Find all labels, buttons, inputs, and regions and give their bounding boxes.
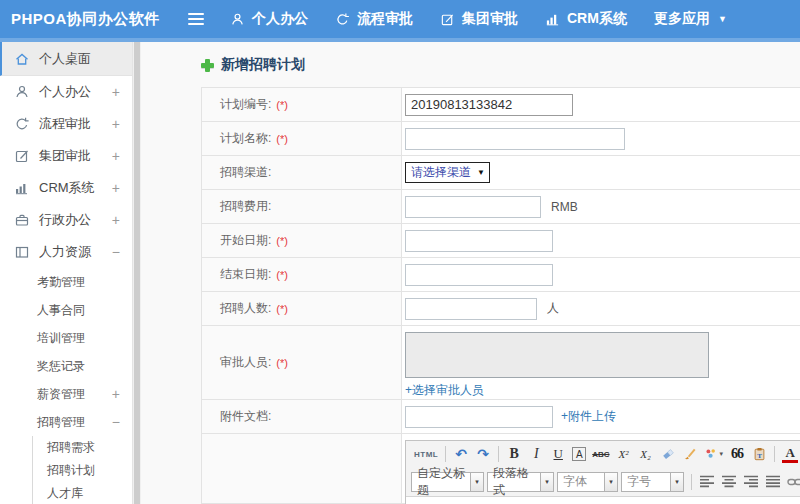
- plan-number-input[interactable]: [405, 94, 573, 116]
- sidebar-item-recruit-demand[interactable]: 招聘需求: [33, 436, 132, 459]
- caret-down-icon[interactable]: ▾: [471, 472, 484, 492]
- custom-heading-dropdown[interactable]: 自定义标题 ▾: [411, 472, 484, 492]
- fee-input[interactable]: [405, 196, 541, 218]
- undo-button[interactable]: ↶: [453, 445, 469, 463]
- plan-name-input[interactable]: [405, 128, 625, 150]
- html-source-button[interactable]: HTML: [414, 445, 438, 463]
- sidebar-item-training[interactable]: 培训管理: [0, 324, 132, 352]
- sidebar-item-personal-office[interactable]: 个人办公 +: [0, 76, 132, 108]
- blockquote-button[interactable]: 66: [729, 445, 745, 463]
- upload-attachment-link[interactable]: +附件上传: [561, 408, 616, 425]
- sidebar-item-crm[interactable]: CRM系统 +: [0, 172, 132, 204]
- sidebar-item-rewards[interactable]: 奖惩记录: [0, 352, 132, 380]
- bold-button[interactable]: B: [506, 445, 522, 463]
- caret-down-icon[interactable]: ▾: [541, 472, 554, 492]
- person-icon: [230, 12, 245, 27]
- form-row-start-date: 开始日期:(*): [202, 224, 800, 258]
- briefcase-icon: [14, 212, 30, 228]
- form-row-approver: 审批人员:(*) +选择审批人员: [202, 326, 800, 400]
- plus-icon: [201, 59, 214, 72]
- eraser-button[interactable]: [660, 445, 676, 463]
- topnav-group-approval[interactable]: 集团审批: [440, 10, 518, 28]
- paste-text-button[interactable]: T: [751, 445, 767, 463]
- color-palette-button[interactable]: ▾: [704, 445, 724, 463]
- form-row-plan-name: 计划名称:(*): [202, 122, 800, 156]
- end-date-input[interactable]: [405, 264, 553, 286]
- caret-down-icon[interactable]: ▾: [671, 472, 684, 492]
- sidebar-item-recruit-plan[interactable]: 招聘计划: [33, 459, 132, 482]
- edit-icon: [440, 12, 455, 27]
- font-color-button[interactable]: A: [782, 445, 798, 463]
- topnav-process-approval[interactable]: 流程审批: [335, 10, 413, 28]
- expand-icon[interactable]: +: [112, 212, 120, 228]
- start-date-input[interactable]: [405, 230, 553, 252]
- caret-down-icon: ▼: [718, 14, 727, 24]
- align-center-icon: [722, 475, 736, 488]
- font-size-dropdown[interactable]: 字号 ▾: [621, 472, 684, 492]
- align-left-icon: [700, 475, 714, 488]
- hamburger-menu-icon[interactable]: [188, 13, 204, 25]
- editor-toolbar-row1: HTML ↶ ↷ B I U A ABC X² X₂: [406, 441, 800, 467]
- top-nav: 个人办公 流程审批 集团审批 CRM系统 更多应用 ▼: [230, 10, 754, 28]
- expand-icon[interactable]: +: [112, 116, 120, 132]
- caret-down-icon[interactable]: ▾: [605, 472, 618, 492]
- redo-button[interactable]: ↷: [475, 445, 491, 463]
- rich-text-editor: HTML ↶ ↷ B I U A ABC X² X₂: [405, 440, 800, 504]
- sidebar-item-salary[interactable]: 薪资管理 +: [0, 380, 132, 408]
- sidebar-item-group-approval[interactable]: 集团审批 +: [0, 140, 132, 172]
- collapse-icon[interactable]: −: [112, 244, 120, 260]
- align-justify-icon: [766, 475, 780, 488]
- attachment-input[interactable]: [405, 406, 553, 428]
- sidebar-item-attendance[interactable]: 考勤管理: [0, 268, 132, 296]
- flow-icon: [335, 12, 350, 27]
- insert-link-button[interactable]: [787, 473, 800, 491]
- topbar: PHPOA协同办公软件 个人办公 流程审批 集团审批 CRM系统 更多应用 ▼: [0, 0, 800, 42]
- sidebar-item-admin-office[interactable]: 行政办公 +: [0, 204, 132, 236]
- sidebar-item-talent-pool[interactable]: 人才库: [33, 482, 132, 504]
- sidebar-item-process-approval[interactable]: 流程审批 +: [0, 108, 132, 140]
- caret-down-icon: ▼: [477, 168, 485, 177]
- sidebar-item-hr-contract[interactable]: 人事合同: [0, 296, 132, 324]
- expand-icon[interactable]: +: [112, 84, 120, 100]
- topnav-personal-office[interactable]: 个人办公: [230, 10, 308, 28]
- scrollbar-thumb[interactable]: [134, 42, 140, 504]
- expand-icon[interactable]: +: [112, 180, 120, 196]
- select-approver-link[interactable]: +选择审批人员: [405, 382, 484, 399]
- expand-icon[interactable]: +: [112, 386, 120, 402]
- approver-textarea[interactable]: [405, 332, 709, 378]
- sidebar-item-hr[interactable]: 人力资源 −: [0, 236, 132, 268]
- sidebar-scrollbar[interactable]: [133, 42, 141, 504]
- headcount-input[interactable]: [405, 298, 537, 320]
- align-center-button[interactable]: [721, 473, 737, 491]
- page-title: 新增招聘计划: [201, 56, 800, 74]
- link-icon: [787, 476, 800, 488]
- paragraph-format-dropdown[interactable]: 段落格式 ▾: [487, 472, 554, 492]
- person-icon: [14, 84, 30, 100]
- sidebar-item-desktop[interactable]: 个人桌面: [0, 42, 132, 76]
- brush-icon: [683, 447, 697, 461]
- edit-icon: [14, 148, 30, 164]
- chart-icon: [14, 180, 30, 196]
- italic-button[interactable]: I: [528, 445, 544, 463]
- eraser-icon: [661, 447, 675, 461]
- align-left-button[interactable]: [699, 473, 715, 491]
- superscript-button[interactable]: X²: [616, 445, 632, 463]
- channel-select[interactable]: 请选择渠道 ▼: [405, 162, 490, 183]
- form-row-channel: 招聘渠道: 请选择渠道 ▼: [202, 156, 800, 190]
- collapse-icon[interactable]: −: [112, 414, 120, 430]
- expand-icon[interactable]: +: [112, 148, 120, 164]
- subscript-button[interactable]: X₂: [638, 445, 654, 463]
- recruit-subtree: 招聘需求 招聘计划 人才库: [32, 436, 132, 504]
- topnav-more-apps[interactable]: 更多应用 ▼: [654, 10, 727, 28]
- font-style-button[interactable]: A: [572, 447, 586, 461]
- editor-toolbar-row2: 自定义标题 ▾ 段落格式 ▾ 字体 ▾: [406, 467, 800, 496]
- align-right-button[interactable]: [743, 473, 759, 491]
- align-justify-button[interactable]: [765, 473, 781, 491]
- topnav-crm[interactable]: CRM系统: [545, 10, 627, 28]
- strikethrough-button[interactable]: ABC: [592, 445, 609, 463]
- underline-button[interactable]: U: [550, 445, 566, 463]
- sidebar-item-recruit-mgmt[interactable]: 招聘管理 −: [0, 408, 132, 436]
- format-painter-button[interactable]: [682, 445, 698, 463]
- font-family-dropdown[interactable]: 字体 ▾: [557, 472, 618, 492]
- app-logo: PHPOA协同办公软件: [0, 10, 188, 29]
